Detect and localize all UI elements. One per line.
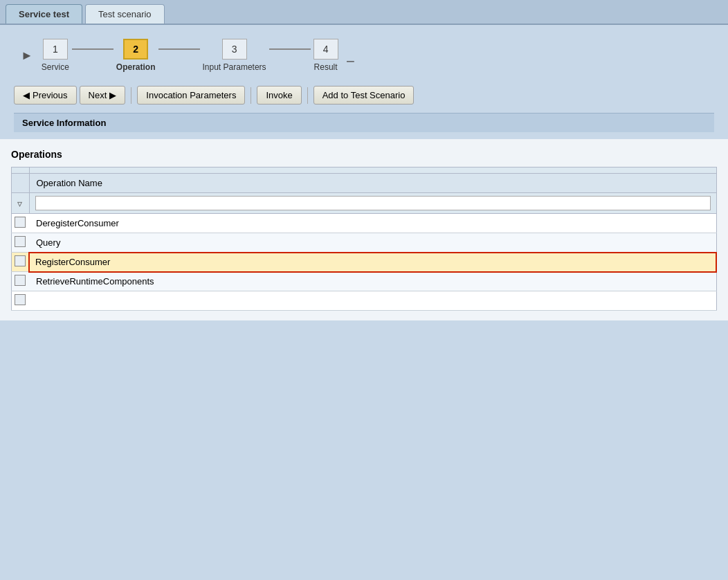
step-connector-2-3 [158,48,200,50]
row-name-selected: RegisterConsumer [29,253,716,272]
steps-row: ► 1 Service 2 Operation 3 [14,39,714,72]
row-name-cell: RetrieveRuntimeComponents [29,272,716,291]
filter-input-cell[interactable] [29,193,716,214]
left-arrow-icon: ◀ [23,90,30,100]
row-name-cell [29,291,716,311]
steps-start-arrow: ► [21,48,33,63]
table-row[interactable] [12,291,717,311]
row-selector-cell [12,291,30,311]
toolbar-actions-cell [29,167,716,174]
row-selector-cell [12,272,30,291]
step-2-box: 2 [123,39,148,60]
main-content: ► 1 Service 2 Operation 3 [0,25,728,320]
table-toolbar-row [12,167,717,174]
row-selector[interactable] [15,294,26,305]
step-3-label: Input Parameters [203,62,266,72]
step-3[interactable]: 3 Input Parameters [203,39,266,72]
service-info-bar: Service Information [14,113,714,132]
invoke-button[interactable]: Invoke [257,86,301,105]
step-4-label: Result [314,62,338,72]
step-1-box: 1 [43,39,68,60]
row-name-cell: Query [29,233,716,253]
buttons-row: ◀ Previous Next ▶ Invocation Parameters … [14,86,714,105]
operations-table: Operation Name ▿ DeregisterConsumerQuery… [11,167,717,311]
row-selector[interactable] [15,217,26,228]
table-row[interactable]: RegisterConsumer [12,253,717,272]
step-2[interactable]: 2 Operation [116,39,156,72]
step-2-label: Operation [116,62,156,72]
tab-service-test[interactable]: Service test [6,4,82,24]
header-operation-name: Operation Name [29,174,716,193]
toolbar-selector-cell [12,167,30,174]
filter-icon: ▿ [17,198,22,209]
right-arrow-icon: ▶ [109,90,116,100]
wizard-area: ► 1 Service 2 Operation 3 [0,25,728,139]
step-connector-1-2 [72,48,113,50]
table-header-row: Operation Name [12,174,717,193]
row-selector[interactable] [15,255,26,266]
row-selector[interactable] [15,236,26,247]
step-3-box: 3 [222,39,247,60]
row-name-cell: DeregisterConsumer [29,214,716,233]
invocation-parameters-button[interactable]: Invocation Parameters [137,86,245,105]
separator-2 [251,87,251,104]
separator-1 [131,87,131,104]
step-4-box: 4 [313,39,338,60]
table-row[interactable]: RetrieveRuntimeComponents [12,272,717,291]
table-row[interactable]: Query [12,233,717,253]
operations-title: Operations [11,149,717,160]
step-4[interactable]: 4 Result [313,39,338,72]
row-selector[interactable] [15,275,26,286]
next-button[interactable]: Next ▶ [80,86,126,105]
step-1-label: Service [42,62,69,72]
tabs-bar: Service test Test scenario [0,0,728,25]
row-selector-cell [12,253,30,272]
steps-end-arrow: ⎯ [347,48,354,63]
filter-input[interactable] [35,196,711,210]
add-to-test-scenario-button[interactable]: Add to Test Scenario [313,86,415,105]
step-connector-3-4 [269,48,311,50]
filter-icon-cell: ▿ [12,193,30,214]
header-selector-col [12,174,30,193]
table-row[interactable]: DeregisterConsumer [12,214,717,233]
table-filter-row: ▿ [12,193,717,214]
tab-test-scenario[interactable]: Test scenario [85,4,165,24]
operations-section: Operations Operation Name ▿ [0,139,728,320]
step-1[interactable]: 1 Service [42,39,69,72]
row-selector-cell [12,233,30,253]
previous-button[interactable]: ◀ Previous [14,86,77,105]
row-selector-cell [12,214,30,233]
separator-3 [307,87,308,104]
